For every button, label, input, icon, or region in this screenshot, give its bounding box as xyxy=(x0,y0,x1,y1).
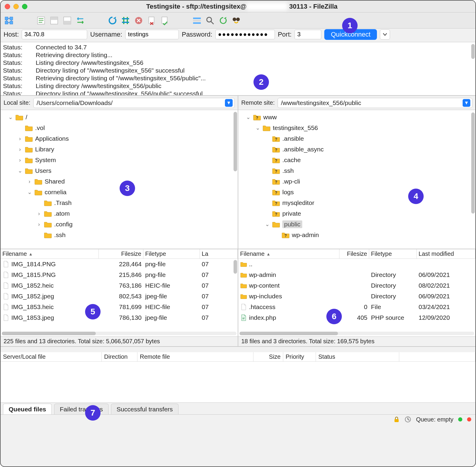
filter-icon[interactable] xyxy=(192,15,202,26)
lock-icon[interactable] xyxy=(393,416,400,423)
message-log[interactable]: Status:Connected to 34.7Status:Retrievin… xyxy=(1,42,475,96)
twisty-expanded-icon[interactable]: ⌄ xyxy=(245,114,251,120)
tab-queued-files[interactable]: Queued files xyxy=(3,404,52,414)
file-row[interactable]: wp-adminDirectory06/09/2021 xyxy=(238,269,475,280)
toggle-local-tree-icon[interactable] xyxy=(49,15,60,26)
tree-item[interactable]: .ansible xyxy=(239,133,474,144)
tree-item[interactable]: .ssh xyxy=(2,230,237,240)
file-row[interactable]: IMG_1853.heic781,699HEIC-file07 xyxy=(1,302,238,312)
password-input[interactable] xyxy=(215,30,275,39)
col-filename[interactable]: Filename▲ xyxy=(1,249,99,258)
log-scrollbar[interactable] xyxy=(471,44,475,59)
quickconnect-history-dropdown[interactable] xyxy=(380,29,390,40)
port-input[interactable] xyxy=(295,30,321,39)
twisty-collapsed-icon[interactable]: › xyxy=(17,157,23,163)
tree-item[interactable]: ›Applications xyxy=(2,133,237,144)
col-filesize[interactable]: Filesize xyxy=(339,249,369,258)
tree-item[interactable]: mysqleditor xyxy=(239,198,474,208)
col-lastmod[interactable]: La xyxy=(200,249,238,258)
qcol-status[interactable]: Status xyxy=(316,352,399,361)
tree-item[interactable]: ›System xyxy=(2,155,237,165)
twisty-collapsed-icon[interactable]: › xyxy=(17,146,23,153)
twisty-collapsed-icon[interactable]: › xyxy=(27,178,32,185)
remote-file-list[interactable]: Filename▲ Filesize Filetype Last modifie… xyxy=(238,249,475,336)
tree-item[interactable]: ⌄/ xyxy=(2,112,237,123)
chevron-down-icon[interactable]: ▼ xyxy=(463,99,470,107)
twisty-collapsed-icon[interactable]: › xyxy=(36,221,42,228)
twisty-expanded-icon[interactable]: ⌄ xyxy=(264,221,270,228)
file-row[interactable]: .. xyxy=(238,259,475,269)
username-input[interactable] xyxy=(125,30,179,39)
speed-limit-icon[interactable] xyxy=(405,416,411,423)
maximize-window-button[interactable] xyxy=(22,4,27,9)
tab-successful-transfers[interactable]: Successful transfers xyxy=(111,404,178,414)
cancel-icon[interactable] xyxy=(133,15,144,26)
file-row[interactable]: IMG_1814.PNG228,464png-file07 xyxy=(1,259,238,269)
twisty-expanded-icon[interactable]: ⌄ xyxy=(17,167,23,174)
tree-item[interactable]: .vol xyxy=(2,123,237,133)
toggle-log-icon[interactable] xyxy=(36,15,46,26)
toggle-queue-icon[interactable] xyxy=(75,15,86,26)
local-tree-scrollbar[interactable] xyxy=(234,112,237,171)
host-input[interactable] xyxy=(22,30,87,39)
process-queue-icon[interactable] xyxy=(120,15,131,26)
compare-icon[interactable] xyxy=(231,15,242,26)
toggle-remote-tree-icon[interactable] xyxy=(62,15,73,26)
tree-item[interactable]: .cache xyxy=(239,155,474,165)
tree-item[interactable]: wp-admin xyxy=(239,230,474,240)
qcol-extra[interactable] xyxy=(399,352,475,361)
search-icon[interactable] xyxy=(205,15,215,26)
sync-browse-icon[interactable] xyxy=(218,15,228,26)
refresh-icon[interactable] xyxy=(107,15,118,26)
remote-files-hscrollbar[interactable] xyxy=(239,332,474,335)
file-row[interactable]: index.php405PHP source12/09/2020 xyxy=(238,312,475,323)
remote-directory-tree[interactable]: ⌄www⌄testingsitex_556.ansible.ansible_as… xyxy=(238,110,475,249)
transfer-queue[interactable]: Server/Local file Direction Remote file … xyxy=(1,352,475,403)
minimize-window-button[interactable] xyxy=(13,4,19,9)
local-files-hscrollbar[interactable] xyxy=(2,332,237,335)
qcol-priority[interactable]: Priority xyxy=(283,352,316,361)
local-file-list[interactable]: Filename▲ Filesize Filetype La IMG_1814.… xyxy=(1,249,238,336)
disconnect-icon[interactable] xyxy=(146,15,157,26)
twisty-collapsed-icon[interactable]: › xyxy=(17,136,23,142)
tree-item[interactable]: logs xyxy=(239,187,474,198)
file-row[interactable]: IMG_1815.PNG215,846png-file07 xyxy=(1,269,238,280)
tree-item[interactable]: ⌄cornelia xyxy=(2,187,237,198)
twisty-expanded-icon[interactable]: ⌄ xyxy=(8,114,13,120)
chevron-down-icon[interactable]: ▼ xyxy=(225,99,233,107)
col-lastmod[interactable]: Last modified xyxy=(417,249,475,258)
qcol-size[interactable]: Size xyxy=(253,352,283,361)
file-row[interactable]: wp-contentDirectory08/02/2021 xyxy=(238,280,475,291)
qcol-direction[interactable]: Direction xyxy=(102,352,137,361)
tree-item[interactable]: ⌄www xyxy=(239,112,474,123)
file-row[interactable]: IMG_1852.heic763,186HEIC-file07 xyxy=(1,280,238,291)
remote-tree-scrollbar[interactable] xyxy=(471,112,475,214)
local-files-vscrollbar[interactable] xyxy=(234,260,237,274)
col-filename[interactable]: Filename▲ xyxy=(238,249,339,258)
tree-item[interactable]: .wp-cli xyxy=(239,176,474,187)
col-filetype[interactable]: Filetype xyxy=(369,249,417,258)
file-row[interactable]: wp-includesDirectory06/09/2021 xyxy=(238,291,475,302)
tree-item[interactable]: .Trash xyxy=(2,198,237,208)
reconnect-icon[interactable] xyxy=(159,15,170,26)
tree-item[interactable]: .ssh xyxy=(239,165,474,176)
tree-item[interactable]: private xyxy=(239,208,474,219)
tree-item[interactable]: ⌄testingsitex_556 xyxy=(239,123,474,133)
file-row[interactable]: IMG_1852.jpeg802,543jpeg-file07 xyxy=(1,291,238,302)
local-site-combo[interactable]: /Users/cornelia/Downloads/ ▼ xyxy=(33,98,235,108)
close-window-button[interactable] xyxy=(5,4,10,9)
remote-site-combo[interactable]: /www/testingsitex_556/public ▼ xyxy=(278,98,472,108)
twisty-expanded-icon[interactable]: ⌄ xyxy=(255,125,260,131)
file-row[interactable]: IMG_1853.jpeg786,130jpeg-file07 xyxy=(1,312,238,323)
tree-item[interactable]: ›Library xyxy=(2,144,237,155)
twisty-expanded-icon[interactable]: ⌄ xyxy=(27,189,32,195)
tree-item[interactable]: ›.config xyxy=(2,219,237,230)
qcol-server[interactable]: Server/Local file xyxy=(1,352,102,361)
qcol-remote[interactable]: Remote file xyxy=(137,352,253,361)
col-filesize[interactable]: Filesize xyxy=(99,249,143,258)
tree-item[interactable]: ⌄public xyxy=(239,219,474,230)
tree-item[interactable]: .ansible_async xyxy=(239,144,474,155)
file-row[interactable]: .htaccess0File03/24/2021 xyxy=(238,302,475,312)
local-directory-tree[interactable]: ⌄/.vol›Applications›Library›System⌄Users… xyxy=(1,110,238,249)
twisty-collapsed-icon[interactable]: › xyxy=(36,211,42,217)
